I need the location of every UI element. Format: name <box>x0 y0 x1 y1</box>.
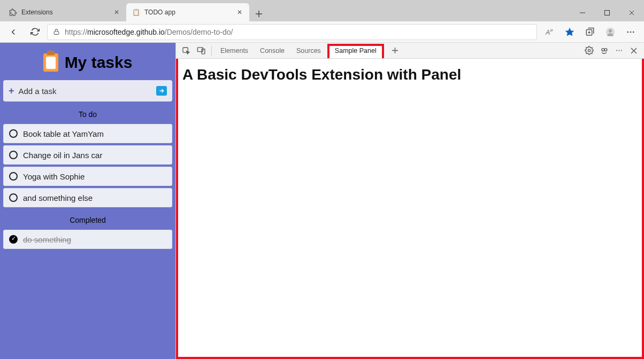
svg-point-8 <box>633 31 634 33</box>
tab-title: TODO app <box>144 9 231 16</box>
add-tab-icon[interactable] <box>388 44 402 58</box>
add-task-input[interactable]: + Add a task <box>3 80 172 102</box>
svg-point-14 <box>604 49 607 51</box>
profile-icon[interactable] <box>601 24 619 41</box>
checkbox-icon[interactable] <box>9 193 18 202</box>
svg-marker-2 <box>566 28 574 35</box>
back-button[interactable] <box>4 24 22 41</box>
submit-icon[interactable] <box>156 86 167 96</box>
menu-icon[interactable] <box>622 24 640 41</box>
todo-header: My tasks <box>3 46 172 77</box>
clipboard-icon: 📋 <box>132 8 140 17</box>
close-icon[interactable]: ✕ <box>112 8 121 17</box>
tab-todo-app[interactable]: 📋 TODO app ✕ <box>126 3 249 21</box>
svg-point-12 <box>588 49 590 51</box>
feedback-icon[interactable] <box>597 44 611 58</box>
content-area: My tasks + Add a task To do Book table a… <box>0 43 644 359</box>
favorite-icon[interactable] <box>561 24 579 41</box>
divider <box>211 46 212 56</box>
tab-sources[interactable]: Sources <box>291 44 326 57</box>
clipboard-icon <box>43 53 58 72</box>
tab-title: Extensions <box>21 9 108 16</box>
device-toggle-icon[interactable] <box>194 44 208 58</box>
checkbox-icon[interactable] <box>9 129 18 138</box>
address-bar[interactable]: https://microsoftedge.github.io/Demos/de… <box>47 24 537 40</box>
svg-point-17 <box>620 50 622 51</box>
plus-icon: + <box>9 85 14 97</box>
tab-extensions[interactable]: Extensions ✕ <box>3 3 126 21</box>
svg-point-7 <box>630 31 632 33</box>
svg-rect-1 <box>54 32 59 34</box>
svg-point-6 <box>627 31 628 33</box>
svg-point-16 <box>618 50 619 51</box>
inspect-icon[interactable] <box>179 44 193 58</box>
lock-icon <box>52 28 60 35</box>
panel-heading: A Basic DevTools Extension with Panel <box>182 66 642 83</box>
minimize-button[interactable] <box>570 4 595 21</box>
task-item[interactable]: and something else <box>3 188 172 207</box>
url-text: https://microsoftedge.github.io/Demos/de… <box>65 28 233 36</box>
todo-list: Book table at YamYam Change oil in Jans … <box>3 124 172 207</box>
task-item[interactable]: do something <box>3 230 172 249</box>
completed-section-label: Completed <box>3 210 172 227</box>
refresh-button[interactable] <box>26 24 44 41</box>
settings-icon[interactable] <box>582 44 596 58</box>
devtools-tabbar: Elements Console Sources Sample Panel <box>176 43 644 59</box>
toolbar-right: A» <box>540 24 640 41</box>
task-item[interactable]: Change oil in Jans car <box>3 145 172 165</box>
page-title: My tasks <box>65 53 133 72</box>
devtools-pane: Elements Console Sources Sample Panel <box>175 43 644 359</box>
svg-point-15 <box>616 50 617 51</box>
close-icon[interactable]: ✕ <box>235 8 244 17</box>
tab-strip: Extensions ✕ 📋 TODO app ✕ <box>3 2 266 21</box>
todo-section-label: To do <box>3 105 172 121</box>
collections-icon[interactable] <box>581 24 599 41</box>
svg-rect-0 <box>605 11 610 15</box>
devtools-panel: A Basic DevTools Extension with Panel <box>176 59 644 359</box>
read-aloud-icon[interactable]: A» <box>540 24 558 41</box>
task-item[interactable]: Book table at YamYam <box>3 124 172 143</box>
svg-point-13 <box>601 49 604 51</box>
tab-elements[interactable]: Elements <box>215 44 254 57</box>
tab-console[interactable]: Console <box>255 44 290 57</box>
completed-list: do something <box>3 230 172 249</box>
todo-app: My tasks + Add a task To do Book table a… <box>0 43 175 359</box>
browser-toolbar: https://microsoftedge.github.io/Demos/de… <box>0 21 644 43</box>
browser-titlebar: Extensions ✕ 📋 TODO app ✕ <box>0 0 644 21</box>
new-tab-button[interactable] <box>251 6 266 21</box>
close-button[interactable] <box>619 4 644 21</box>
tab-sample-panel[interactable]: Sample Panel <box>327 44 384 58</box>
svg-point-5 <box>609 29 612 32</box>
close-devtools-icon[interactable] <box>627 44 641 58</box>
checkbox-icon[interactable] <box>9 172 18 181</box>
maximize-button[interactable] <box>595 4 619 21</box>
checkbox-icon[interactable] <box>9 151 18 159</box>
more-icon[interactable] <box>612 44 626 58</box>
add-task-placeholder: Add a task <box>19 87 57 96</box>
puzzle-icon <box>9 8 17 17</box>
task-item[interactable]: Yoga with Sophie <box>3 167 172 186</box>
checkbox-checked-icon[interactable] <box>9 235 18 244</box>
window-controls <box>570 4 644 21</box>
